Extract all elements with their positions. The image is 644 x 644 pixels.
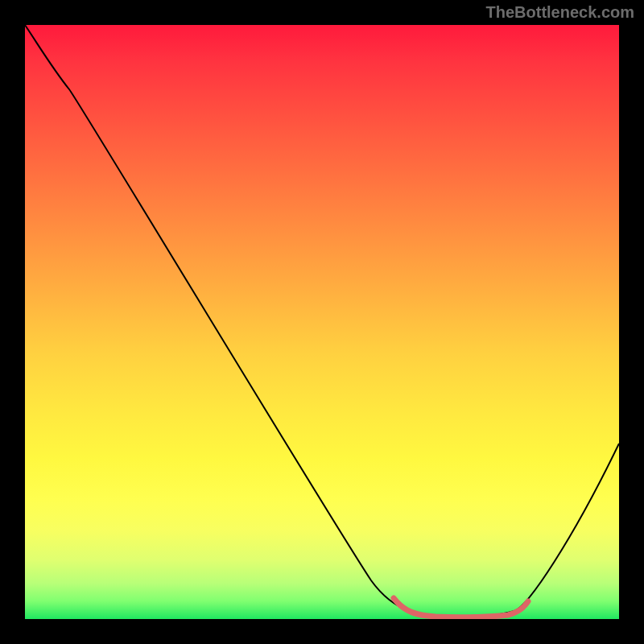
watermark-text: TheBottleneck.com bbox=[486, 3, 634, 22]
plot-area bbox=[25, 25, 619, 619]
optimal-range-marker bbox=[394, 598, 528, 617]
chart-svg bbox=[25, 25, 619, 619]
bottleneck-curve-path bbox=[25, 25, 619, 617]
